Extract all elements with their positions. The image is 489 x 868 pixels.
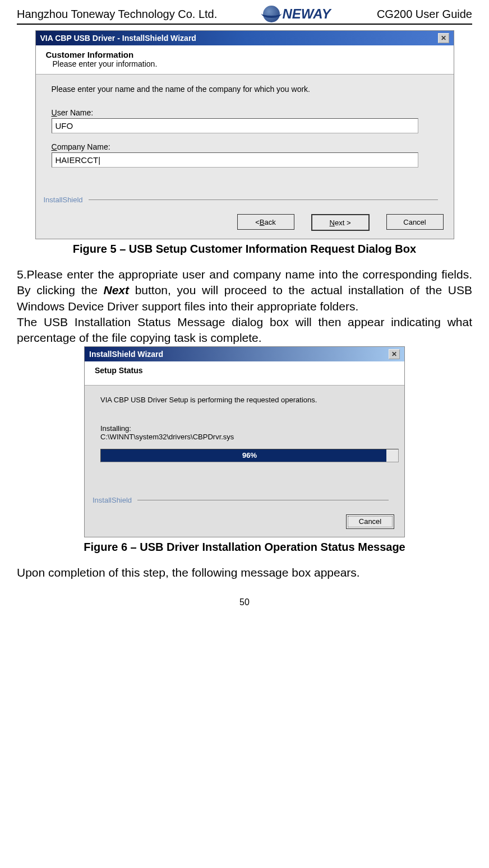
install-shield-text: InstallShield <box>93 496 132 504</box>
next-rest: ext > <box>335 219 351 227</box>
setup-status-dialog: InstallShield Wizard ✕ Setup Status VIA … <box>84 346 405 537</box>
installing-label: Installing: <box>100 424 389 433</box>
logo-globe-icon <box>263 6 280 22</box>
page: Hangzhou Toneway Technology Co. Ltd. NEW… <box>0 0 489 619</box>
next-mnemonic: N <box>330 219 335 227</box>
logo-swoosh-icon <box>261 9 282 18</box>
logo: NEWAY <box>263 6 330 22</box>
divider <box>137 500 389 500</box>
install-shield-row: InstallShield <box>44 196 438 204</box>
user-name-label: User Name: <box>52 108 438 117</box>
figure5-caption: Figure 5 – USB Setup Customer Informatio… <box>17 243 472 256</box>
dialog-body: Please enter your name and the name of t… <box>36 75 454 210</box>
back-lt: < <box>255 218 260 226</box>
instruction-text: Please enter your name and the name of t… <box>52 85 438 94</box>
back-mnemonic: B <box>260 218 265 226</box>
dialog2-header-title: Setup Status <box>95 366 394 375</box>
customer-info-dialog: VIA CBP USB Driver - InstallShield Wizar… <box>35 30 454 239</box>
company-name-label-rest: ompany Name: <box>57 142 110 151</box>
dialog-header: Customer Information Please enter your i… <box>36 45 454 75</box>
dialog2-footer: Cancel <box>85 510 404 537</box>
button-row: < Back Next > Cancel <box>36 210 454 239</box>
next-button[interactable]: Next > <box>311 214 370 231</box>
titlebar2-text: InstallShield Wizard <box>89 350 163 359</box>
dialog-header-subtitle: Please enter your information. <box>46 59 431 68</box>
install-shield-row: InstallShield <box>93 496 389 504</box>
back-button[interactable]: < Back <box>237 214 294 230</box>
divider <box>89 199 438 200</box>
close-icon[interactable]: ✕ <box>389 349 400 359</box>
back-rest: ack <box>265 218 276 226</box>
company-name-label: Company Name: <box>52 142 438 151</box>
body1-next-word: Next <box>103 284 129 296</box>
dialog2-titlebar: InstallShield Wizard ✕ <box>85 347 404 361</box>
page-number: 50 <box>17 597 472 607</box>
body-paragraph-1: 5.Please enter the appropriate user and … <box>17 267 472 314</box>
install-shield-text: InstallShield <box>44 196 83 204</box>
figure6-caption: Figure 6 – USB Driver Installation Opera… <box>17 541 472 554</box>
company-name: Hangzhou Toneway Technology Co. Ltd. <box>17 8 217 21</box>
installing-path: C:\WINNT\system32\drivers\CBPDrvr.sys <box>100 433 389 441</box>
company-name-mnemonic: C <box>52 142 57 151</box>
logo-text: NEWAY <box>282 6 330 22</box>
status-line: VIA CBP USB Driver Setup is performing t… <box>100 396 389 404</box>
user-name-input[interactable]: UFO <box>52 118 418 133</box>
page-header: Hangzhou Toneway Technology Co. Ltd. NEW… <box>17 6 472 25</box>
dialog-header-title: Customer Information <box>46 50 431 59</box>
titlebar-text: VIA CBP USB Driver - InstallShield Wizar… <box>40 34 196 43</box>
cancel-button[interactable]: Cancel <box>346 514 394 529</box>
user-name-label-rest: ser Name: <box>57 108 94 117</box>
user-name-mnemonic: U <box>52 108 57 117</box>
company-name-input[interactable]: HAIERCCT <box>52 152 418 168</box>
progress-bar: 96% <box>100 449 399 462</box>
progress-text: 96% <box>101 451 398 459</box>
close-icon[interactable]: ✕ <box>438 33 449 43</box>
cancel-button[interactable]: Cancel <box>386 214 444 230</box>
doc-title: CG200 User Guide <box>377 8 472 21</box>
dialog2-header: Setup Status <box>85 361 404 386</box>
body-paragraph-3: Upon completion of this step, the follow… <box>17 565 472 581</box>
dialog-titlebar: VIA CBP USB Driver - InstallShield Wizar… <box>36 31 454 45</box>
dialog2-body: VIA CBP USB Driver Setup is performing t… <box>85 386 404 510</box>
body-paragraph-2: The USB Installation Status Message dial… <box>17 314 472 346</box>
